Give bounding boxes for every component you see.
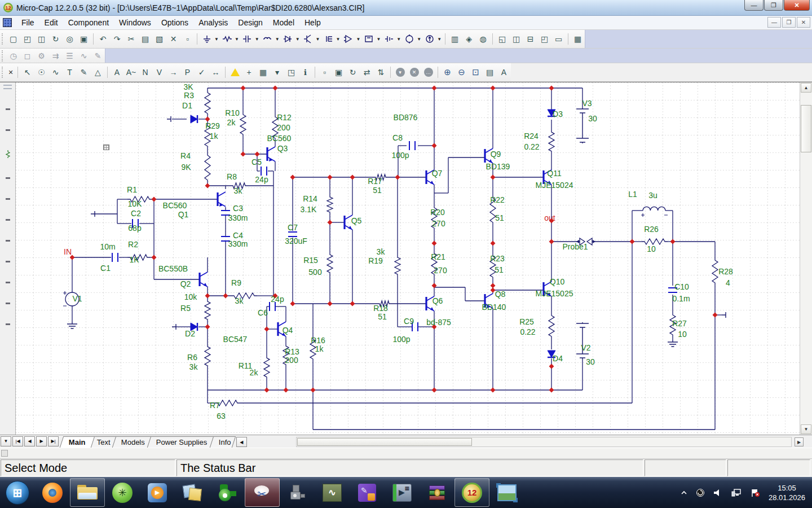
close-button[interactable]: ✕ bbox=[784, 0, 810, 11]
resize-icon[interactable]: ◳ bbox=[285, 66, 298, 79]
scroll-up-icon[interactable]: ▲ bbox=[801, 83, 811, 93]
component-label[interactable]: R21 bbox=[431, 252, 445, 261]
component-label[interactable]: D2 bbox=[185, 329, 195, 338]
voltage-source-icon[interactable] bbox=[403, 33, 416, 46]
component-label[interactable]: BD876 bbox=[394, 113, 418, 122]
nmos-dropdown-icon[interactable]: ▼ bbox=[336, 37, 341, 42]
battery-dropdown-icon[interactable]: ▼ bbox=[396, 37, 401, 42]
component-label[interactable]: R14 bbox=[303, 194, 317, 203]
menu-options[interactable]: Options bbox=[156, 16, 193, 29]
component-label[interactable]: R17 bbox=[368, 177, 382, 186]
power-display-icon[interactable]: P bbox=[181, 66, 194, 79]
capacitor-dropdown-icon[interactable]: ▼ bbox=[255, 37, 259, 42]
component-label[interactable]: R20 bbox=[430, 208, 445, 217]
tray-volume-icon[interactable] bbox=[713, 488, 723, 497]
component-label[interactable]: 100p bbox=[391, 151, 409, 160]
component-label[interactable]: R24 bbox=[524, 132, 539, 141]
component-label[interactable]: 24p bbox=[255, 175, 268, 184]
component-label[interactable]: 4 bbox=[726, 278, 730, 287]
mdi-close-button[interactable]: ✕ bbox=[797, 17, 810, 28]
component-label[interactable]: D1 bbox=[182, 101, 192, 110]
component-label[interactable]: 200 bbox=[285, 356, 298, 365]
pan-icon[interactable]: ☉ bbox=[35, 66, 48, 79]
pin-display-icon[interactable]: ↔ bbox=[209, 66, 222, 79]
menu-design[interactable]: Design bbox=[233, 16, 268, 29]
component-label[interactable]: Q5 bbox=[351, 216, 362, 225]
component-label[interactable]: Q8 bbox=[495, 290, 506, 299]
wire-icon[interactable]: ∿ bbox=[49, 66, 62, 79]
line-icon[interactable]: ✎ bbox=[77, 66, 90, 79]
component-label[interactable]: 3k bbox=[189, 362, 198, 371]
current-source-icon[interactable] bbox=[423, 33, 436, 46]
taskbar-explorer-icon[interactable] bbox=[70, 478, 105, 507]
component-label[interactable]: 320uF bbox=[285, 237, 307, 246]
component-label[interactable]: C7 bbox=[288, 223, 298, 232]
opamp-icon[interactable] bbox=[342, 33, 355, 46]
component-label[interactable]: 3u bbox=[648, 191, 657, 200]
component-label[interactable]: 10m bbox=[100, 242, 115, 251]
nmos-icon[interactable] bbox=[322, 33, 335, 46]
component-label[interactable]: C4 bbox=[233, 231, 243, 240]
calculator-icon[interactable]: ▦ bbox=[571, 33, 584, 46]
component-label[interactable]: C5 bbox=[251, 157, 262, 167]
npn-icon[interactable] bbox=[302, 33, 315, 46]
component-label[interactable]: BC560 bbox=[267, 134, 292, 143]
component-label[interactable]: 3K bbox=[183, 82, 193, 91]
component-label[interactable]: BC560 bbox=[163, 201, 187, 210]
component-label[interactable]: 100p bbox=[392, 335, 410, 344]
taskbar-photos-icon[interactable] bbox=[175, 478, 210, 507]
more-dots-icon[interactable]: … bbox=[422, 66, 435, 79]
font-icon[interactable]: A bbox=[497, 66, 510, 79]
undo-icon[interactable]: ↶ bbox=[96, 33, 109, 46]
menu-component[interactable]: Component bbox=[63, 16, 114, 29]
menu-model[interactable]: Model bbox=[268, 16, 299, 29]
info-icon[interactable]: ℹ bbox=[299, 66, 312, 79]
tab-scroll-left-icon[interactable]: ◀ bbox=[236, 437, 247, 447]
find-icon[interactable]: ◎ bbox=[63, 33, 76, 46]
component-label[interactable]: BD139 bbox=[486, 162, 510, 171]
component-label[interactable]: C6 bbox=[258, 308, 268, 317]
taskbar-image-viewer-icon[interactable] bbox=[489, 478, 524, 507]
taskbar-start-button[interactable]: ⊞ bbox=[0, 478, 35, 507]
component-label[interactable]: R25 bbox=[519, 317, 534, 326]
component-label[interactable]: BD140 bbox=[482, 303, 506, 312]
component-label[interactable]: R23 bbox=[490, 254, 505, 263]
component-label[interactable]: 63 bbox=[217, 411, 226, 421]
grid-icon[interactable]: ▦ bbox=[257, 66, 270, 79]
zoom-in-icon[interactable]: ⊕ bbox=[441, 66, 454, 79]
component-label[interactable]: R18 bbox=[373, 304, 388, 313]
component-label[interactable]: 500 bbox=[308, 268, 321, 277]
component-label[interactable]: C3 bbox=[233, 204, 243, 213]
revert-icon[interactable]: ↻ bbox=[49, 33, 62, 46]
component-label[interactable]: 3k bbox=[235, 296, 244, 305]
component-label[interactable]: R9 bbox=[231, 278, 241, 287]
component-label[interactable]: C8 bbox=[392, 133, 403, 142]
component-label[interactable]: R4 bbox=[180, 151, 191, 160]
vertical-scrollbar[interactable]: ▲ ▼ bbox=[800, 82, 812, 435]
component-label[interactable]: 9K bbox=[181, 163, 191, 172]
menu-windows[interactable]: Windows bbox=[114, 16, 156, 29]
component-label[interactable]: Q7 bbox=[432, 169, 443, 178]
stepping-icon[interactable]: ⇉ bbox=[49, 49, 62, 62]
toolbar-close-icon[interactable]: ✕ bbox=[6, 68, 15, 77]
component-label[interactable]: C10 bbox=[674, 282, 689, 291]
toolbar-grip[interactable] bbox=[2, 50, 5, 62]
tray-action-flag-icon[interactable] bbox=[750, 488, 760, 497]
tray-chevron-up-icon[interactable] bbox=[680, 489, 688, 496]
menu-edit[interactable]: Edit bbox=[39, 16, 63, 29]
component-label[interactable]: 1K bbox=[129, 255, 139, 264]
stop-circle-icon[interactable]: ✕ bbox=[408, 66, 421, 79]
node-voltages-icon[interactable]: V bbox=[153, 66, 166, 79]
component-label[interactable]: C9 bbox=[404, 317, 414, 326]
component-label[interactable]: 51 bbox=[495, 265, 504, 274]
component-label[interactable]: 10 bbox=[678, 330, 687, 339]
component-label[interactable]: 0.22 bbox=[520, 327, 535, 336]
component-label[interactable]: 10K bbox=[128, 199, 142, 208]
overlap-icon[interactable]: ◰ bbox=[538, 33, 551, 46]
component-label[interactable]: R5 bbox=[180, 304, 191, 313]
find-component-icon[interactable]: ◈ bbox=[462, 33, 475, 46]
select-all-icon[interactable]: ▫ bbox=[181, 33, 194, 46]
macro-dropdown-icon[interactable]: ▼ bbox=[376, 37, 381, 42]
component-label[interactable]: Q11 bbox=[547, 169, 561, 178]
taskbar-gray-tool-icon[interactable] bbox=[280, 478, 315, 507]
